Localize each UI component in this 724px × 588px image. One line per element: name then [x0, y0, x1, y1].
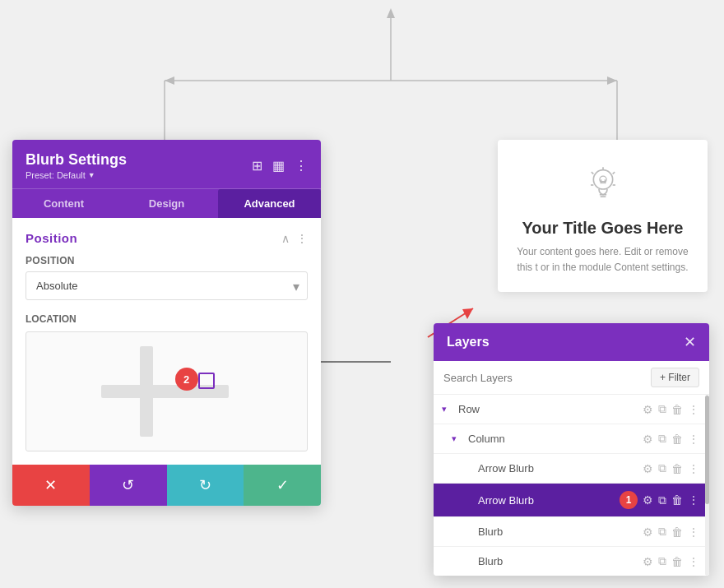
layer-actions: ⚙ ⧉ 🗑 ⋮ [643, 493, 699, 507]
more-icon[interactable]: ⋮ [688, 403, 699, 416]
location-grid[interactable]: 2 [26, 331, 308, 451]
cancel-button[interactable]: ✕ [12, 465, 90, 506]
redo-button[interactable]: ↻ [167, 465, 244, 506]
blurb-header: Blurb Settings Preset: Default ▼ ⊞ ▦ ⋮ [12, 140, 321, 188]
badge-1: 1 [620, 491, 638, 509]
copy-icon[interactable]: ⧉ [658, 461, 666, 475]
layer-name: Arrow Blurb [478, 462, 638, 475]
gear-icon[interactable]: ⚙ [643, 462, 653, 475]
trash-icon[interactable]: 🗑 [671, 403, 683, 416]
blurb-tabs: Content Design Advanced [12, 188, 321, 218]
layer-actions: ⚙ ⧉ 🗑 ⋮ [643, 461, 699, 475]
filter-button[interactable]: + Filter [651, 368, 699, 387]
layer-item-arrow-blurb-1[interactable]: ▾ Arrow Blurb ⚙ ⧉ 🗑 ⋮ [434, 454, 709, 484]
layer-name: Column [468, 433, 638, 445]
columns-icon[interactable]: ▦ [272, 158, 285, 174]
layer-actions: ⚙ ⧉ 🗑 ⋮ [643, 432, 699, 446]
layer-name: Arrow Blurb [478, 494, 615, 507]
gear-icon[interactable]: ⚙ [643, 433, 653, 446]
layers-search-bar: + Filter [434, 361, 709, 395]
layer-item-blurb-1[interactable]: ▾ Blurb ⚙ ⧉ 🗑 ⋮ [434, 517, 709, 547]
layers-list: ▾ Row ⚙ ⧉ 🗑 ⋮ ▾ Column ⚙ ⧉ 🗑 ⋮ ▾ Arrow B… [434, 395, 709, 576]
tab-advanced[interactable]: Advanced [218, 189, 321, 218]
layer-name: Row [458, 403, 638, 415]
layers-search-input[interactable] [443, 372, 644, 384]
trash-icon[interactable]: 🗑 [671, 433, 683, 446]
copy-icon[interactable]: ⧉ [658, 493, 666, 507]
layers-close-button[interactable]: ✕ [684, 333, 696, 351]
position-select[interactable]: Absolute Static Fixed Relative [26, 271, 308, 300]
svg-marker-3 [165, 76, 174, 85]
svg-marker-10 [462, 308, 473, 319]
more-icon[interactable]: ⋮ [688, 433, 699, 446]
position-section-header: Position ∧ ⋮ [26, 231, 308, 245]
save-button[interactable]: ✓ [244, 465, 321, 506]
section-icons: ∧ ⋮ [281, 232, 308, 245]
expand-icon[interactable]: ⊞ [252, 158, 262, 174]
tab-content[interactable]: Content [12, 189, 115, 218]
layers-title: Layers [447, 335, 490, 350]
chevron-up-icon[interactable]: ∧ [281, 232, 290, 245]
location-inner: 2 [36, 342, 297, 441]
svg-marker-0 [387, 8, 395, 18]
layers-header: Layers ✕ [434, 323, 709, 361]
more-icon[interactable]: ⋮ [688, 555, 699, 568]
section-title: Position [26, 231, 77, 245]
chevron-down-icon: ▼ [88, 171, 95, 179]
more-icon[interactable]: ⋮ [688, 462, 699, 475]
section-more-icon[interactable]: ⋮ [296, 232, 308, 245]
preview-card: Your Title Goes Here Your content goes h… [498, 140, 708, 292]
layers-panel: Layers ✕ + Filter ▾ Row ⚙ ⧉ 🗑 ⋮ ▾ Column… [434, 323, 709, 576]
blurb-body: Position ∧ ⋮ Position Absolute Static Fi… [12, 218, 321, 465]
layer-item-column[interactable]: ▾ Column ⚙ ⧉ 🗑 ⋮ [434, 424, 709, 454]
gear-icon[interactable]: ⚙ [643, 525, 653, 539]
blurb-preset: Preset: Default ▼ [26, 170, 127, 180]
more-icon[interactable]: ⋮ [295, 158, 308, 174]
blurb-title: Blurb Settings [26, 151, 127, 169]
preview-icon [514, 164, 691, 209]
chevron-icon: ▾ [442, 404, 453, 414]
layer-name: Blurb [478, 525, 638, 538]
layer-item-blurb-2[interactable]: ▾ Blurb ⚙ ⧉ 🗑 ⋮ [434, 547, 709, 576]
preview-text: Your content goes here. Edit or remove t… [514, 244, 691, 275]
layer-actions: ⚙ ⧉ 🗑 ⋮ [643, 402, 699, 416]
trash-icon[interactable]: 🗑 [671, 493, 683, 507]
chevron-icon: ▾ [452, 433, 463, 444]
layer-item-row[interactable]: ▾ Row ⚙ ⧉ 🗑 ⋮ [434, 395, 709, 424]
preview-title: Your Title Goes Here [514, 219, 691, 238]
more-icon[interactable]: ⋮ [688, 525, 699, 539]
gear-icon[interactable]: ⚙ [643, 555, 653, 568]
layer-name: Blurb [478, 555, 638, 567]
location-label: Location [26, 313, 308, 325]
svg-point-11 [593, 170, 612, 189]
tab-design[interactable]: Design [115, 189, 218, 218]
blurb-footer: ✕ ↺ ↻ ✓ [12, 465, 321, 506]
trash-icon[interactable]: 🗑 [671, 525, 683, 539]
gear-icon[interactable]: ⚙ [643, 493, 653, 507]
svg-line-13 [612, 172, 615, 174]
copy-icon[interactable]: ⧉ [658, 554, 666, 568]
layer-item-arrow-blurb-2[interactable]: ▾ Arrow Blurb 1 ⚙ ⧉ 🗑 ⋮ [434, 484, 709, 517]
blurb-header-icons: ⊞ ▦ ⋮ [252, 158, 308, 174]
copy-icon[interactable]: ⧉ [658, 432, 666, 446]
badge-2: 2 [175, 368, 198, 391]
copy-icon[interactable]: ⧉ [658, 525, 666, 539]
location-dot[interactable] [198, 373, 215, 389]
copy-icon[interactable]: ⧉ [658, 402, 666, 416]
position-select-wrapper: Absolute Static Fixed Relative ▾ [26, 271, 308, 300]
layer-actions: ⚙ ⧉ 🗑 ⋮ [643, 554, 699, 568]
blurb-settings-panel: Blurb Settings Preset: Default ▼ ⊞ ▦ ⋮ C… [12, 140, 321, 506]
gear-icon[interactable]: ⚙ [643, 403, 653, 416]
svg-line-14 [591, 172, 593, 174]
position-field-label: Position [26, 255, 308, 266]
layer-actions: ⚙ ⧉ 🗑 ⋮ [643, 525, 699, 539]
trash-icon[interactable]: 🗑 [671, 462, 683, 475]
more-icon[interactable]: ⋮ [688, 493, 699, 507]
trash-icon[interactable]: 🗑 [671, 555, 683, 568]
undo-button[interactable]: ↺ [90, 465, 167, 506]
svg-marker-6 [607, 76, 617, 85]
